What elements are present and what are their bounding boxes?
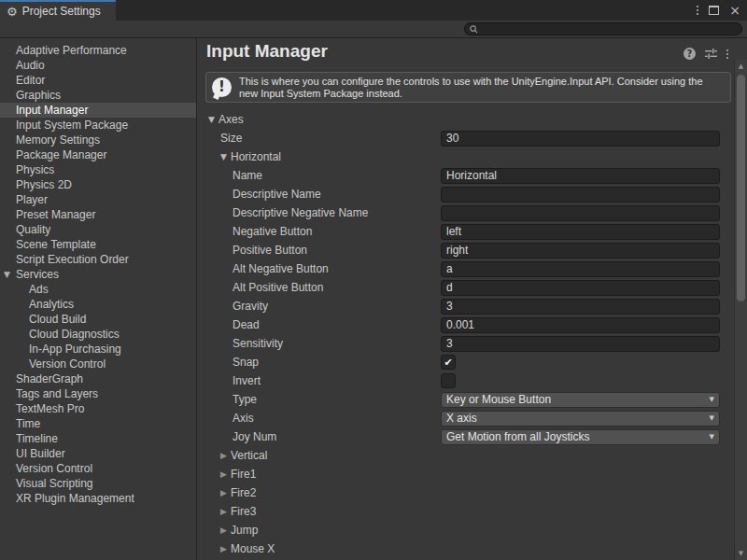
foldout-closed-icon[interactable]: ▶ [220,451,231,460]
sidebar-item-physics-2d[interactable]: Physics 2D [0,177,196,192]
sidebar-item-label: Version Control [16,462,92,475]
sidebar-item-graphics[interactable]: Graphics [0,88,196,103]
sidebar-item-tags-and-layers[interactable]: Tags and Layers [0,386,196,401]
text-field-descriptive-name[interactable] [441,187,720,203]
text-field-alt-negative-button[interactable]: a [441,261,720,277]
axes-settings-list: ▼AxesSize30▼HorizontalNameHorizontalDesc… [197,110,734,558]
checkbox-invert[interactable] [441,373,456,388]
sidebar-item-label: Analytics [29,298,74,311]
foldout-closed-icon[interactable]: ▶ [220,488,231,497]
settings-row-positive-button: Positive Buttonright [197,241,734,259]
sidebar-item-analytics[interactable]: Analytics [0,297,196,312]
row-label: Positive Button [233,244,307,257]
sidebar-item-label: Input Manager [16,104,88,117]
row-label: Fire1 [231,468,256,481]
settings-row-axes: ▼Axes [197,110,734,129]
sidebar-item-ads[interactable]: Ads [0,282,196,297]
sidebar-item-scene-template[interactable]: Scene Template [0,237,196,252]
sidebar-item-cloud-diagnostics[interactable]: Cloud Diagnostics [0,327,196,342]
row-label: Descriptive Name [233,188,321,201]
text-field-alt-positive-button[interactable]: d [441,280,720,296]
sidebar-item-preset-manager[interactable]: Preset Manager [0,207,196,222]
foldout-closed-icon[interactable]: ▶ [220,544,231,553]
sidebar-item-xr-plugin-management[interactable]: XR Plugin Management [0,491,196,506]
sidebar-item-version-control[interactable]: Version Control [0,357,196,371]
sidebar-item-textmesh-pro[interactable]: TextMesh Pro [0,401,196,416]
settings-row-dead: Dead0.001 [197,315,734,334]
row-label: Negative Button [233,225,312,238]
checkbox-snap[interactable]: ✔ [441,355,456,370]
sidebar-item-audio[interactable]: Audio [0,58,196,73]
settings-row-joy-num: Joy NumGet Motion from all Joysticks▼ [197,427,734,446]
scrollbar-thumb[interactable] [737,75,745,301]
sidebar-item-timeline[interactable]: Timeline [0,431,196,446]
sidebar-item-ui-builder[interactable]: UI Builder [0,446,196,461]
dropdown-value: X axis [446,412,477,425]
text-field-negative-button[interactable]: left [441,224,720,240]
window-menu-kebab-icon[interactable] [697,6,698,15]
settings-row-snap: Snap✔ [197,353,734,371]
settings-row-negative-button: Negative Buttonleft [197,222,734,241]
row-label: Fire2 [231,486,256,499]
settings-toolbar [0,21,747,38]
sidebar-item-quality[interactable]: Quality [0,222,196,237]
sidebar-item-editor[interactable]: Editor [0,73,196,88]
presets-icon[interactable] [705,48,717,60]
dropdown-type[interactable]: Key or Mouse Button▼ [441,392,720,408]
dropdown-axis[interactable]: X axis▼ [441,411,720,427]
sidebar-item-label: Version Control [29,357,106,371]
row-label: Descriptive Negative Name [233,206,368,219]
sidebar-item-time[interactable]: Time [0,416,196,431]
sidebar-item-label: Visual Scripting [16,477,93,490]
sidebar-item-version-control[interactable]: Version Control [0,461,196,476]
sidebar-item-label: XR Plugin Management [16,492,134,505]
foldout-open-icon[interactable]: ▼ [208,115,218,124]
sidebar-item-adaptive-performance[interactable]: Adaptive Performance [0,43,196,58]
foldout-open-icon[interactable]: ▼ [4,267,10,282]
settings-row-descriptive-negative-name: Descriptive Negative Name [197,203,734,222]
text-field-positive-button[interactable]: right [441,243,720,259]
search-input[interactable] [482,23,726,35]
window-restore-icon[interactable] [709,6,719,15]
sidebar-item-memory-settings[interactable]: Memory Settings [0,133,196,147]
settings-row-descriptive-name: Descriptive Name [197,185,734,203]
window-close-icon[interactable]: × [729,4,740,17]
kebab-menu-icon[interactable] [726,49,728,59]
scroll-down-icon[interactable]: ▼ [735,550,747,557]
row-label: Invert [233,374,261,387]
settings-row-type: TypeKey or Mouse Button▼ [197,390,734,409]
dropdown-joy-num[interactable]: Get Motion from all Joysticks▼ [441,429,720,445]
sidebar-item-label: ShaderGraph [16,372,83,385]
sidebar-item-in-app-purchasing[interactable]: In-App Purchasing [0,342,196,357]
sidebar-item-shadergraph[interactable]: ShaderGraph [0,371,196,386]
row-label: Gravity [233,300,268,313]
text-field-dead[interactable]: 0.001 [441,317,720,333]
sidebar-item-input-system-package[interactable]: Input System Package [0,118,196,133]
sidebar-item-script-execution-order[interactable]: Script Execution Order [0,252,196,267]
sidebar-item-player[interactable]: Player [0,192,196,207]
foldout-open-icon[interactable]: ▼ [220,152,231,161]
sidebar-item-physics[interactable]: Physics [0,162,196,177]
text-field-descriptive-negative-name[interactable] [441,205,720,221]
row-label: Fire3 [231,505,256,518]
sidebar-item-visual-scripting[interactable]: Visual Scripting [0,476,196,491]
search-box[interactable] [464,22,742,35]
tab-project-settings[interactable]: ⚙ Project Settings [0,0,116,21]
foldout-closed-icon[interactable]: ▶ [220,507,231,516]
sidebar-item-input-manager[interactable]: Input Manager [0,103,196,118]
settings-row-jump: ▶Jump [197,521,734,539]
help-icon[interactable]: ? [684,48,696,60]
foldout-closed-icon[interactable]: ▶ [220,469,231,479]
row-label: Joy Num [233,430,276,443]
sidebar-item-services[interactable]: ▼Services [0,267,196,282]
scroll-up-icon[interactable]: ▲ [735,63,747,70]
text-field-sensitivity[interactable]: 3 [441,336,720,352]
text-field-gravity[interactable]: 3 [441,299,720,315]
text-field-name[interactable]: Horizontal [441,168,720,184]
text-field-size[interactable]: 30 [441,131,720,147]
sidebar-item-cloud-build[interactable]: Cloud Build [0,312,196,327]
sidebar-item-package-manager[interactable]: Package Manager [0,147,196,162]
info-icon: ! [212,77,232,97]
vertical-scrollbar[interactable]: ▲ ▼ [734,60,747,560]
foldout-closed-icon[interactable]: ▶ [220,525,231,535]
